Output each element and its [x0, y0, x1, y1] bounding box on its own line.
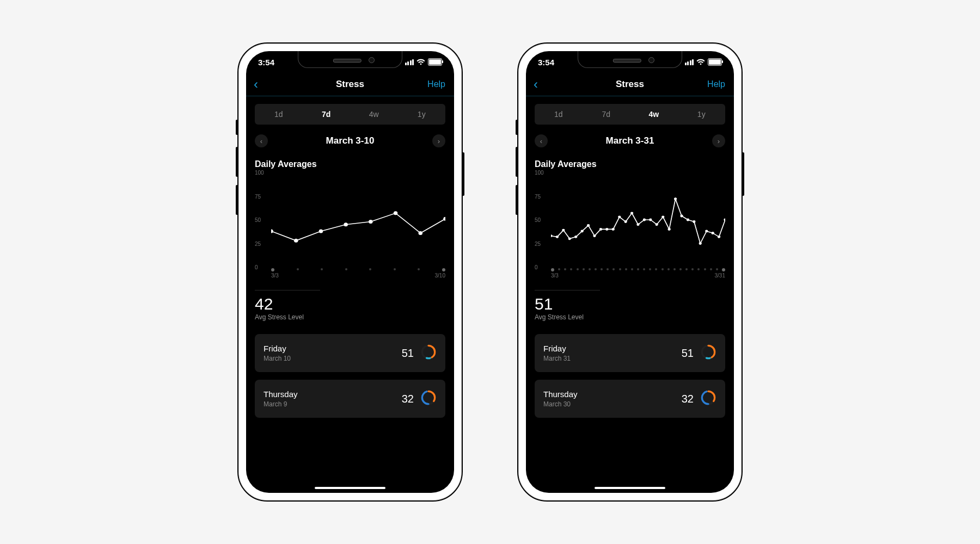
segment-7d[interactable]: 7d	[583, 104, 630, 125]
svg-point-40	[712, 232, 714, 234]
nav-bar: ‹ Stress Help	[246, 73, 454, 96]
line-chart[interactable]: 0255075100 3/33/31	[535, 172, 725, 281]
time-range-segment: 1d7d4w1y	[255, 104, 445, 125]
home-indicator[interactable]	[315, 487, 385, 489]
svg-point-4	[369, 220, 372, 224]
divider	[255, 290, 320, 290]
day-card[interactable]: Thursday March 30 32	[535, 380, 725, 418]
svg-point-38	[699, 242, 702, 245]
svg-point-34	[674, 197, 677, 200]
wifi-icon	[696, 59, 705, 65]
card-date: March 30	[543, 400, 578, 408]
svg-point-20	[587, 224, 590, 227]
card-value: 32	[682, 393, 694, 405]
segment-1y[interactable]: 1y	[678, 104, 726, 125]
svg-point-33	[668, 228, 671, 231]
chart-section-title: Daily Averages	[535, 159, 725, 169]
svg-point-18	[574, 236, 577, 238]
battery-icon	[428, 58, 442, 66]
svg-point-36	[687, 219, 689, 221]
svg-point-0	[271, 229, 273, 233]
prev-range-button[interactable]: ‹	[255, 134, 268, 147]
time-range-segment: 1d7d4w1y	[535, 104, 725, 125]
next-range-button[interactable]: ›	[432, 134, 445, 147]
svg-point-16	[562, 229, 565, 232]
svg-point-23	[605, 228, 608, 231]
svg-point-24	[612, 228, 615, 231]
avg-value: 51	[535, 296, 725, 312]
card-day: Thursday	[264, 390, 298, 399]
stress-ring-icon	[420, 390, 437, 408]
phone-notch	[578, 51, 682, 68]
home-indicator[interactable]	[595, 487, 665, 489]
phone-frame: 3:54 ‹ Stress Help 1d7d4w1y ‹ March	[517, 42, 743, 502]
help-link[interactable]: Help	[427, 79, 445, 89]
card-value: 32	[402, 393, 414, 405]
stress-ring-icon	[700, 344, 716, 362]
segment-1d[interactable]: 1d	[535, 104, 583, 125]
date-range: March 3-10	[326, 135, 375, 146]
status-time: 3:54	[538, 58, 554, 67]
svg-point-6	[419, 231, 422, 235]
svg-point-25	[618, 215, 621, 218]
segment-4w[interactable]: 4w	[350, 104, 398, 125]
svg-point-41	[718, 236, 720, 238]
svg-point-1	[294, 239, 298, 243]
svg-point-17	[568, 237, 571, 240]
nav-bar: ‹ Stress Help	[526, 73, 734, 96]
help-link[interactable]: Help	[707, 79, 725, 89]
svg-point-42	[724, 219, 725, 221]
segment-1d[interactable]: 1d	[255, 104, 303, 125]
day-card[interactable]: Friday March 31 51	[535, 334, 725, 372]
cellular-icon	[685, 59, 694, 65]
avg-label: Avg Stress Level	[535, 313, 725, 321]
svg-point-19	[581, 230, 584, 233]
svg-point-30	[649, 219, 652, 221]
segment-4w[interactable]: 4w	[630, 104, 678, 125]
svg-point-5	[394, 211, 397, 215]
svg-point-35	[680, 215, 683, 218]
svg-point-27	[630, 212, 633, 214]
prev-range-button[interactable]: ‹	[535, 134, 548, 147]
card-date: March 31	[543, 355, 571, 362]
stress-ring-icon	[420, 344, 437, 362]
chart-section-title: Daily Averages	[255, 159, 445, 169]
back-button[interactable]: ‹	[254, 77, 258, 92]
wifi-icon	[416, 59, 425, 65]
svg-point-37	[693, 220, 695, 223]
line-chart[interactable]: 0255075100 3/33/10	[255, 172, 445, 281]
date-range: March 3-31	[606, 135, 654, 146]
card-value: 51	[682, 347, 694, 360]
next-range-button[interactable]: ›	[712, 134, 725, 147]
avg-label: Avg Stress Level	[255, 313, 445, 321]
card-day: Friday	[264, 344, 291, 353]
svg-point-29	[643, 219, 646, 221]
svg-point-28	[636, 223, 639, 226]
svg-point-39	[705, 230, 708, 233]
svg-point-22	[599, 228, 602, 231]
segment-1y[interactable]: 1y	[398, 104, 446, 125]
status-time: 3:54	[258, 58, 274, 67]
day-card[interactable]: Thursday March 9 32	[255, 380, 445, 418]
segment-7d[interactable]: 7d	[303, 104, 351, 125]
card-value: 51	[402, 347, 414, 360]
svg-point-15	[556, 236, 559, 238]
svg-point-3	[344, 222, 347, 226]
card-day: Friday	[543, 344, 571, 353]
divider	[535, 290, 600, 290]
svg-point-31	[656, 223, 658, 226]
y-axis: 0255075100	[535, 172, 550, 267]
card-day: Thursday	[543, 390, 578, 399]
cellular-icon	[405, 59, 414, 65]
avg-value: 42	[255, 296, 445, 312]
svg-point-14	[551, 234, 553, 237]
x-axis: 3/33/31	[551, 267, 725, 281]
day-card[interactable]: Friday March 10 51	[255, 334, 445, 372]
card-date: March 9	[264, 400, 298, 408]
phone-notch	[298, 51, 402, 68]
x-axis: 3/33/10	[271, 267, 445, 281]
battery-icon	[708, 58, 722, 66]
svg-point-21	[593, 234, 596, 237]
back-button[interactable]: ‹	[534, 77, 538, 92]
page-title: Stress	[336, 79, 364, 90]
